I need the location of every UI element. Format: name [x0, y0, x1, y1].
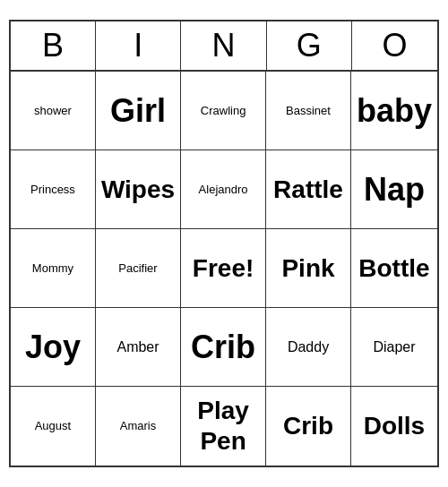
header-letter: B — [11, 21, 96, 70]
cell-text: Joy — [25, 328, 81, 366]
cell-text: Bassinet — [286, 104, 331, 118]
bingo-cell: Girl — [96, 72, 181, 150]
bingo-cell: shower — [11, 72, 96, 150]
bingo-cell: Princess — [11, 150, 96, 229]
bingo-cell: Daddy — [266, 308, 351, 387]
cell-text: Amaris — [120, 419, 156, 433]
cell-text: Pacifier — [118, 261, 157, 276]
cell-text: Princess — [30, 183, 75, 197]
cell-text: Alejandro — [199, 183, 248, 197]
bingo-cell: Play Pen — [181, 387, 266, 466]
bingo-cell: Crib — [181, 308, 266, 387]
bingo-cell: Alejandro — [181, 150, 266, 229]
bingo-cell: Dolls — [351, 387, 437, 466]
bingo-grid: showerGirlCrawlingBassinetbabyPrincessWi… — [11, 72, 437, 466]
bingo-card: BINGO showerGirlCrawlingBassinetbabyPrin… — [9, 20, 439, 467]
bingo-cell: Crawling — [181, 72, 266, 150]
bingo-cell: Nap — [351, 150, 437, 229]
cell-text: Free! — [193, 253, 254, 284]
cell-text: Bottle — [358, 253, 429, 284]
cell-text: Pink — [281, 253, 334, 284]
cell-text: baby — [357, 91, 432, 130]
bingo-cell: Diaper — [351, 308, 437, 387]
bingo-cell: Rattle — [266, 150, 351, 229]
cell-text: Rattle — [273, 175, 343, 205]
bingo-cell: Joy — [11, 308, 96, 387]
bingo-cell: Bassinet — [266, 72, 351, 150]
bingo-cell: Bottle — [351, 229, 437, 308]
cell-text: Crib — [191, 328, 255, 366]
bingo-cell: Pacifier — [96, 229, 181, 308]
cell-text: Nap — [364, 170, 425, 209]
cell-text: Play Pen — [197, 396, 249, 456]
cell-text: shower — [34, 104, 72, 118]
cell-text: Mommy — [32, 261, 73, 276]
cell-text: August — [35, 419, 71, 433]
cell-text: Dolls — [364, 411, 425, 441]
bingo-cell: Amber — [96, 308, 181, 387]
bingo-cell: Pink — [266, 229, 351, 308]
bingo-cell: Free! — [181, 229, 266, 308]
bingo-cell: Amaris — [96, 387, 181, 466]
cell-text: Wipes — [101, 175, 175, 205]
header-letter: G — [267, 21, 352, 70]
header-letter: N — [181, 21, 266, 70]
cell-text: Crib — [283, 411, 333, 441]
cell-text: Daddy — [288, 338, 329, 355]
bingo-header: BINGO — [11, 21, 437, 72]
header-letter: O — [352, 21, 437, 70]
cell-text: Girl — [110, 91, 166, 130]
cell-text: Crawling — [201, 104, 246, 118]
bingo-cell: baby — [351, 72, 437, 150]
header-letter: I — [96, 21, 181, 70]
bingo-cell: Crib — [266, 387, 351, 466]
cell-text: Amber — [116, 338, 159, 355]
bingo-cell: August — [11, 387, 96, 466]
bingo-cell: Wipes — [96, 150, 181, 229]
bingo-cell: Mommy — [11, 229, 96, 308]
cell-text: Diaper — [373, 338, 415, 355]
